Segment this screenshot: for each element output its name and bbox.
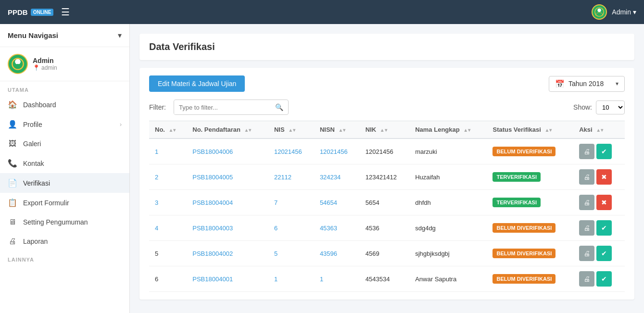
action-buttons: 🖨✔: [579, 271, 619, 287]
cell-nama: dhfdh: [409, 190, 487, 215]
cell-nisn: 43596: [314, 241, 360, 266]
sidebar-item-label: Laporan: [23, 238, 122, 245]
monitor-icon: 🖥: [8, 218, 17, 226]
sidebar-item-export[interactable]: 📋 Export Formulir: [0, 193, 129, 213]
col-nik: NIK ▲▾: [360, 121, 409, 139]
home-icon: 🏠: [8, 100, 17, 109]
sidebar-item-dashboard[interactable]: 🏠 Dashboard: [0, 95, 129, 114]
col-nisn: NISN ▲▾: [314, 121, 360, 139]
nav-user[interactable]: Admin ▾: [612, 8, 636, 16]
brand: PPDB ONLINE: [8, 8, 53, 16]
cell-nik: 4569: [360, 241, 409, 266]
cell-nisn: 45363: [314, 215, 360, 241]
verify-button[interactable]: ✔: [596, 271, 612, 287]
nis-link[interactable]: 6: [274, 225, 278, 232]
nisn-link[interactable]: 12021456: [320, 148, 348, 155]
nisn-link[interactable]: 1: [320, 275, 323, 283]
show-label: Show:: [573, 103, 592, 111]
nisn-link[interactable]: 54654: [320, 199, 337, 206]
gallery-icon: 🖼: [8, 139, 17, 148]
cell-no-pendaftaran: PSB18004001: [187, 266, 268, 292]
no-pendaftaran-link[interactable]: PSB18004001: [192, 275, 233, 283]
filter-row: Filter: 🔍 Show: 10 25 50 100: [149, 100, 625, 115]
reject-button[interactable]: ✖: [596, 195, 612, 210]
nis-link[interactable]: 7: [274, 199, 278, 206]
print-button[interactable]: 🖨: [579, 195, 594, 210]
print-button[interactable]: 🖨: [579, 169, 594, 185]
year-select[interactable]: Tahun 2018 Tahun 2017 Tahun 2016: [568, 80, 612, 88]
action-buttons: 🖨✖: [579, 169, 619, 185]
no-pendaftaran-link[interactable]: PSB18004005: [192, 174, 233, 181]
sidebar-item-kontak[interactable]: 📞 Kontak: [0, 153, 129, 173]
col-no-pendaftaran: No. Pendaftaran ▲▾: [187, 121, 268, 139]
edit-materi-button[interactable]: Edit Materi & Jadwal Ujian: [149, 75, 245, 92]
sidebar-item-label: Export Formulir: [23, 199, 122, 207]
no-link[interactable]: 4: [155, 225, 158, 232]
reject-button[interactable]: ✖: [596, 169, 612, 185]
hamburger-menu[interactable]: ☰: [61, 6, 70, 18]
sidebar-toggle-icon[interactable]: ▾: [118, 31, 122, 40]
sidebar-item-verifikasi[interactable]: 📄 Verifikasi: [0, 173, 129, 193]
sort-icon: ▲▾: [380, 127, 387, 133]
nis-link[interactable]: 12021456: [274, 148, 302, 155]
nav-avatar: [592, 4, 607, 20]
cell-nisn: 54654: [314, 190, 360, 215]
no-pendaftaran-link[interactable]: PSB18004006: [192, 148, 233, 155]
verify-button[interactable]: ✔: [596, 220, 612, 236]
cell-nisn: 1: [314, 266, 360, 292]
sidebar-item-setting[interactable]: 🖥 Setting Pengumuman: [0, 213, 129, 232]
nav-chevron-down-icon: ▾: [633, 8, 636, 16]
col-aksi: Aksi ▲▾: [573, 121, 625, 139]
print-button[interactable]: 🖨: [579, 246, 594, 261]
nis-link[interactable]: 1: [274, 275, 278, 283]
toolbar: Edit Materi & Jadwal Ujian 📅 Tahun 2018 …: [149, 75, 625, 92]
verify-button[interactable]: ✔: [596, 144, 612, 159]
col-nis: NIS ▲▾: [268, 121, 314, 139]
nisn-link[interactable]: 324234: [320, 174, 341, 181]
no-pendaftaran-link[interactable]: PSB18004004: [192, 199, 233, 206]
cell-no-pendaftaran: PSB18004003: [187, 215, 268, 241]
sidebar-user-role: 📍 admin: [33, 64, 57, 71]
no-link[interactable]: 1: [155, 148, 158, 155]
no-pendaftaran-link[interactable]: PSB18004002: [192, 250, 233, 257]
status-badge: BELUM DIVERIFIKASI: [492, 249, 556, 258]
nisn-link[interactable]: 45363: [320, 225, 337, 232]
cell-no: 5: [149, 241, 187, 266]
no-link[interactable]: 2: [155, 174, 158, 181]
page-header: Data Verifikasi: [139, 34, 634, 60]
print-button[interactable]: 🖨: [579, 271, 594, 287]
sidebar-user: Admin 📍 admin: [0, 47, 129, 81]
print-button[interactable]: 🖨: [579, 220, 594, 236]
sidebar-item-profile[interactable]: 👤 Profile ›: [0, 114, 129, 134]
action-buttons: 🖨✖: [579, 195, 619, 210]
year-filter[interactable]: 📅 Tahun 2018 Tahun 2017 Tahun 2016 ▾: [549, 76, 625, 92]
print-button[interactable]: 🖨: [579, 144, 594, 159]
sidebar-section-utama: UTAMA: [0, 81, 129, 95]
cell-no: 1: [149, 138, 187, 164]
sort-icon: ▲▾: [463, 127, 470, 133]
no-pendaftaran-link[interactable]: PSB18004003: [192, 225, 233, 232]
status-badge: TERVERIFIKASI: [492, 172, 541, 182]
nis-link[interactable]: 22112: [274, 174, 291, 181]
filter-input[interactable]: [174, 100, 270, 114]
action-buttons: 🖨✔: [579, 220, 619, 236]
cell-no-pendaftaran: PSB18004006: [187, 138, 268, 164]
table-row: 4PSB180040036453634536sdg4dgBELUM DIVERI…: [149, 215, 625, 241]
nisn-link[interactable]: 43596: [320, 250, 337, 257]
cell-aksi: 🖨✔: [573, 241, 625, 266]
show-select[interactable]: 10 25 50 100: [596, 100, 625, 114]
verify-button[interactable]: ✔: [596, 246, 612, 261]
sidebar-item-galeri[interactable]: 🖼 Galeri: [0, 134, 129, 153]
sidebar-item-laporan[interactable]: 🖨 Laporan: [0, 232, 129, 251]
sidebar-item-label: Verifikasi: [23, 179, 122, 187]
brand-name: PPDB: [8, 8, 28, 16]
filter-left: Filter: 🔍: [149, 100, 289, 115]
cell-no: 6: [149, 266, 187, 292]
chevron-down-icon: ▾: [616, 80, 619, 87]
cell-nis: 22112: [268, 164, 314, 190]
user-icon: 👤: [8, 120, 17, 129]
no-link[interactable]: 3: [155, 199, 158, 206]
sidebar-section-lainnya: LAINNYA: [0, 251, 129, 264]
sidebar-avatar: [8, 54, 28, 74]
nis-link[interactable]: 5: [274, 250, 278, 257]
